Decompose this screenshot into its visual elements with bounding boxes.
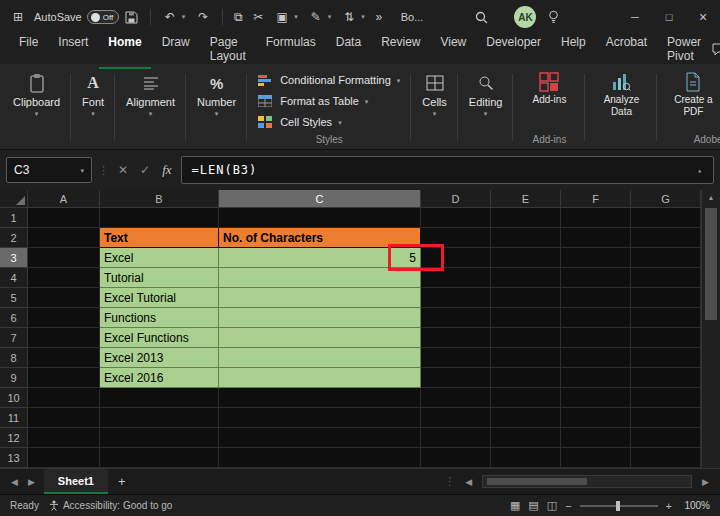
- cell-D8[interactable]: [421, 348, 491, 368]
- menu-tab-draw[interactable]: Draw: [153, 30, 199, 69]
- cell-G5[interactable]: [631, 288, 701, 308]
- cell-F4[interactable]: [561, 268, 631, 288]
- account-avatar[interactable]: AK: [514, 6, 536, 28]
- page-break-view-button[interactable]: ◫: [547, 499, 557, 512]
- cell-F13[interactable]: [561, 448, 631, 468]
- cell-C3[interactable]: 5: [219, 248, 421, 268]
- cells-button[interactable]: Cells ▾: [418, 68, 450, 117]
- cell-F6[interactable]: [561, 308, 631, 328]
- column-header-F[interactable]: F: [561, 190, 631, 208]
- menu-tab-developer[interactable]: Developer: [477, 30, 550, 69]
- cell-D1[interactable]: [421, 208, 491, 228]
- addins-button[interactable]: Add-ins: [520, 68, 578, 106]
- save-button[interactable]: [125, 11, 145, 24]
- column-header-E[interactable]: E: [491, 190, 561, 208]
- row-header-2[interactable]: 2: [0, 228, 28, 248]
- zoom-level[interactable]: 100%: [680, 500, 710, 511]
- cell-A7[interactable]: [28, 328, 100, 348]
- ideas-button[interactable]: [548, 10, 568, 24]
- cell-D11[interactable]: [421, 408, 491, 428]
- zoom-in-button[interactable]: +: [666, 500, 672, 512]
- cell-A10[interactable]: [28, 388, 100, 408]
- cell-D6[interactable]: [421, 308, 491, 328]
- menu-tab-file[interactable]: File: [10, 30, 47, 69]
- menu-tab-view[interactable]: View: [431, 30, 475, 69]
- cell-A8[interactable]: [28, 348, 100, 368]
- cell-F3[interactable]: [561, 248, 631, 268]
- horizontal-scrollbar-thumb[interactable]: [487, 478, 587, 485]
- cell-G13[interactable]: [631, 448, 701, 468]
- cell-D12[interactable]: [421, 428, 491, 448]
- add-sheet-button[interactable]: +: [108, 474, 136, 489]
- cell-G8[interactable]: [631, 348, 701, 368]
- cell-G12[interactable]: [631, 428, 701, 448]
- column-header-B[interactable]: B: [100, 190, 219, 208]
- cell-C1[interactable]: [219, 208, 421, 228]
- vertical-scrollbar-thumb[interactable]: [705, 208, 717, 320]
- cell-A1[interactable]: [28, 208, 100, 228]
- cell-A13[interactable]: [28, 448, 100, 468]
- autosave-toggle[interactable]: AutoSave Off: [34, 10, 119, 24]
- row-header-3[interactable]: 3: [0, 248, 28, 268]
- analyze-data-button[interactable]: Analyze Data: [592, 68, 650, 117]
- editing-button[interactable]: Editing ▾: [465, 68, 507, 117]
- cell-B7[interactable]: Excel Functions: [100, 328, 219, 348]
- font-button[interactable]: A Font ▾: [78, 68, 108, 117]
- cell-B3[interactable]: Excel: [100, 248, 219, 268]
- cell-A6[interactable]: [28, 308, 100, 328]
- cell-B6[interactable]: Functions: [100, 308, 219, 328]
- menu-tab-acrobat[interactable]: Acrobat: [597, 30, 656, 69]
- column-header-C[interactable]: C: [219, 190, 421, 208]
- cell-D4[interactable]: [421, 268, 491, 288]
- quick-access-overflow-button[interactable]: »: [369, 10, 389, 24]
- cell-G9[interactable]: [631, 368, 701, 388]
- vertical-scrollbar[interactable]: ▲: [701, 190, 720, 468]
- cell-styles-button[interactable]: Cell Styles ▾: [254, 112, 404, 132]
- cell-A2[interactable]: [28, 228, 100, 248]
- cell-B4[interactable]: Tutorial: [100, 268, 219, 288]
- cell-D10[interactable]: [421, 388, 491, 408]
- column-header-D[interactable]: D: [421, 190, 491, 208]
- cell-B9[interactable]: Excel 2016: [100, 368, 219, 388]
- page-layout-view-button[interactable]: ▤: [528, 499, 538, 512]
- row-header-4[interactable]: 4: [0, 268, 28, 288]
- row-header-11[interactable]: 11: [0, 408, 28, 428]
- conditional-formatting-button[interactable]: Conditional Formatting ▾: [254, 70, 404, 90]
- cut-button[interactable]: ✂: [248, 10, 268, 24]
- row-header-8[interactable]: 8: [0, 348, 28, 368]
- cell-E4[interactable]: [491, 268, 561, 288]
- cell-F8[interactable]: [561, 348, 631, 368]
- column-header-A[interactable]: A: [28, 190, 100, 208]
- zoom-out-button[interactable]: −: [565, 500, 571, 512]
- cell-B8[interactable]: Excel 2013: [100, 348, 219, 368]
- cell-G11[interactable]: [631, 408, 701, 428]
- tabbar-divider-icon[interactable]: ⋮: [444, 475, 455, 488]
- zoom-slider[interactable]: [580, 505, 658, 507]
- cell-G3[interactable]: [631, 248, 701, 268]
- accessibility-status[interactable]: Accessibility: Good to go: [49, 500, 173, 511]
- menu-tab-help[interactable]: Help: [552, 30, 595, 69]
- cell-G7[interactable]: [631, 328, 701, 348]
- format-as-table-button[interactable]: Format as Table ▾: [254, 91, 404, 111]
- row-header-5[interactable]: 5: [0, 288, 28, 308]
- cell-A12[interactable]: [28, 428, 100, 448]
- sheet-nav-right-button[interactable]: ▶: [23, 477, 40, 487]
- expand-formula-bar-icon[interactable]: ▴: [697, 166, 703, 175]
- cell-E1[interactable]: [491, 208, 561, 228]
- cell-C6[interactable]: [219, 308, 421, 328]
- cell-F10[interactable]: [561, 388, 631, 408]
- cell-G10[interactable]: [631, 388, 701, 408]
- cancel-button[interactable]: ✕: [115, 163, 131, 177]
- sheet-nav-left-button[interactable]: ◀: [6, 477, 23, 487]
- cell-E6[interactable]: [491, 308, 561, 328]
- cell-G4[interactable]: [631, 268, 701, 288]
- cell-E10[interactable]: [491, 388, 561, 408]
- hscroll-left-button[interactable]: ◀: [460, 477, 477, 487]
- insert-function-button[interactable]: fx: [159, 162, 174, 178]
- cell-C7[interactable]: [219, 328, 421, 348]
- row-header-9[interactable]: 9: [0, 368, 28, 388]
- alignment-button[interactable]: Alignment ▾: [122, 68, 179, 117]
- column-header-G[interactable]: G: [631, 190, 701, 208]
- cell-A5[interactable]: [28, 288, 100, 308]
- formula-input[interactable]: =LEN(B3) ▴: [181, 156, 714, 184]
